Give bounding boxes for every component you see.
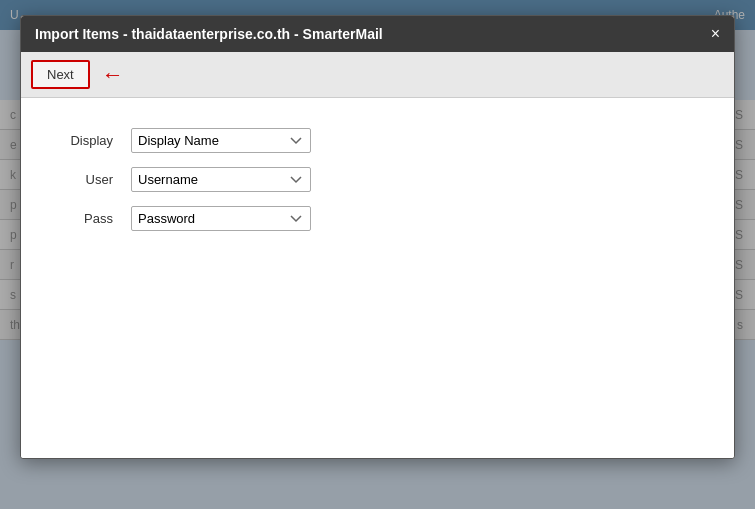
modal-toolbar: Next ←: [21, 52, 734, 98]
import-modal: Import Items - thaidataenterprise.co.th …: [20, 15, 735, 459]
modal-header: Import Items - thaidataenterprise.co.th …: [21, 16, 734, 52]
next-button[interactable]: Next: [31, 60, 90, 89]
user-select[interactable]: Username Email Display Name: [131, 167, 311, 192]
display-label: Display: [61, 133, 121, 148]
modal-close-button[interactable]: ×: [711, 26, 720, 42]
pass-label: Pass: [61, 211, 121, 226]
pass-select[interactable]: Password None: [131, 206, 311, 231]
user-label: User: [61, 172, 121, 187]
form-grid: Display Display Name First Name Last Nam…: [61, 128, 694, 231]
modal-body: Display Display Name First Name Last Nam…: [21, 98, 734, 458]
display-select[interactable]: Display Name First Name Last Name Email: [131, 128, 311, 153]
modal-title: Import Items - thaidataenterprise.co.th …: [35, 26, 383, 42]
arrow-indicator: ←: [102, 64, 124, 86]
